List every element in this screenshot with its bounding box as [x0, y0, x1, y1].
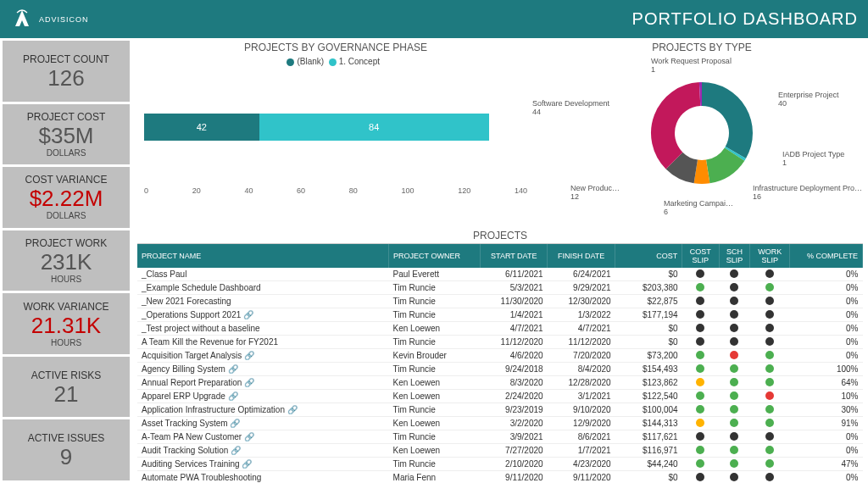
kpi-value: 126 — [6, 67, 126, 89]
cell-name: _Example Schedule Dashboard — [137, 281, 389, 295]
kpi-card[interactable]: ACTIVE ISSUES 9 — [3, 419, 130, 480]
cell-work-slip — [750, 349, 790, 363]
cell-name: Agency Billing System 🔗 — [137, 363, 389, 376]
cell-pct: 0% — [790, 308, 863, 322]
table-row[interactable]: Application Infrastructure Optimization … — [137, 403, 863, 417]
table-row[interactable]: Acquisition Target Analysis 🔗 Kevin Brou… — [137, 349, 863, 363]
column-header[interactable]: COSTSLIP — [682, 244, 719, 268]
table-row[interactable]: Apparel ERP Upgrade 🔗 Ken Loewen 2/24/20… — [137, 390, 863, 403]
bar-segment[interactable]: 42 — [144, 114, 259, 141]
table-row[interactable]: _Example Schedule Dashboard Tim Runcie 5… — [137, 281, 863, 295]
projects-thead: PROJECT NAMEPROJECT OWNERSTART DATEFINIS… — [137, 244, 863, 268]
table-row[interactable]: A Team Kill the Revenue for FY2021 Tim R… — [137, 336, 863, 349]
cell-start: 3/9/2021 — [481, 430, 548, 444]
status-dot-icon — [765, 419, 774, 427]
cell-start: 7/27/2020 — [481, 444, 548, 458]
pie-slice[interactable] — [651, 82, 700, 169]
kpi-label: PROJECT COUNT — [6, 53, 126, 65]
cell-finish: 8/4/2020 — [548, 363, 615, 376]
column-header[interactable]: PROJECT NAME — [137, 244, 389, 268]
table-row[interactable]: _Class Paul Paul Everett 6/11/2021 6/24/… — [137, 268, 863, 281]
cell-work-slip — [750, 403, 790, 417]
cell-finish: 11/12/2020 — [548, 336, 615, 349]
cell-sch-slip — [719, 430, 750, 444]
cell-owner: Ken Loewen — [389, 444, 481, 458]
cell-sch-slip — [719, 417, 750, 430]
column-header[interactable]: SCHSLIP — [719, 244, 750, 268]
cell-pct: 0% — [790, 268, 863, 281]
cell-start: 9/24/2018 — [481, 363, 548, 376]
table-row[interactable]: Automate PWA Troubleshooting Maria Fenn … — [137, 471, 863, 484]
cell-sch-slip — [719, 281, 750, 295]
link-icon[interactable]: 🔗 — [244, 432, 254, 441]
cell-work-slip — [750, 417, 790, 430]
cell-name: Apparel ERP Upgrade 🔗 — [137, 390, 389, 403]
axis-tick: 60 — [297, 186, 305, 195]
cell-finish: 1/7/2021 — [548, 444, 615, 458]
table-row[interactable]: A-Team PA New Customer 🔗 Tim Runcie 3/9/… — [137, 430, 863, 444]
cell-name: Asset Tracking System 🔗 — [137, 417, 389, 430]
cell-pct: 30% — [790, 403, 863, 417]
link-icon[interactable]: 🔗 — [244, 351, 254, 360]
table-row[interactable]: Agency Billing System 🔗 Tim Runcie 9/24/… — [137, 363, 863, 376]
cell-name: A-Team PA New Customer 🔗 — [137, 430, 389, 444]
link-icon[interactable]: 🔗 — [230, 419, 240, 428]
status-dot-icon — [730, 432, 738, 441]
cell-cost-slip — [682, 417, 719, 430]
cell-start: 5/3/2021 — [481, 281, 548, 295]
column-header[interactable]: WORKSLIP — [750, 244, 790, 268]
table-row[interactable]: _Test project without a baseline Ken Loe… — [137, 322, 863, 336]
status-dot-icon — [765, 446, 774, 454]
status-dot-icon — [730, 283, 738, 291]
kpi-card[interactable]: PROJECT COST $35M DOLLARS — [3, 104, 130, 165]
projects-table-wrap[interactable]: PROJECT NAMEPROJECT OWNERSTART DATEFINIS… — [137, 243, 863, 483]
cell-start: 11/30/2020 — [481, 295, 548, 308]
table-row[interactable]: Audit Tracking Solution 🔗 Ken Loewen 7/2… — [137, 444, 863, 458]
table-row[interactable]: _Operations Support 2021 🔗 Tim Runcie 1/… — [137, 308, 863, 322]
bar-segment[interactable]: 84 — [259, 114, 489, 141]
status-dot-icon — [765, 297, 774, 305]
kpi-card[interactable]: PROJECT COUNT 126 — [3, 41, 130, 102]
kpi-card[interactable]: COST VARIANCE $2.22M DOLLARS — [3, 167, 130, 228]
status-dot-icon — [696, 391, 704, 400]
legend-label: (Blank) — [297, 57, 324, 66]
link-icon[interactable]: 🔗 — [228, 364, 238, 374]
charts-row: PROJECTS BY GOVERNANCE PHASE (Blank) 1. … — [137, 42, 863, 228]
cell-pct: 0% — [790, 444, 863, 458]
cell-work-slip — [750, 444, 790, 458]
table-row[interactable]: Auditing Services Training 🔗 Tim Runcie … — [137, 458, 863, 471]
cell-cost-slip — [682, 430, 719, 444]
link-icon[interactable]: 🔗 — [287, 405, 298, 414]
pie-slice[interactable] — [702, 82, 753, 158]
column-header[interactable]: % COMPLETE — [790, 244, 863, 268]
kpi-card[interactable]: PROJECT WORK 231K HOURS — [3, 230, 130, 291]
table-row[interactable]: Asset Tracking System 🔗 Ken Loewen 3/2/2… — [137, 417, 863, 430]
link-icon[interactable]: 🔗 — [231, 446, 241, 455]
status-dot-icon — [696, 419, 704, 427]
cell-pct: 91% — [790, 417, 863, 430]
kpi-card[interactable]: ACTIVE RISKS 21 — [3, 357, 130, 418]
kpi-card[interactable]: WORK VARIANCE 21.31K HOURS — [3, 293, 130, 354]
kpi-value: 21.31K — [6, 314, 126, 336]
status-dot-icon — [765, 351, 774, 359]
column-header[interactable]: FINISH DATE — [548, 244, 615, 268]
projects-by-type-chart[interactable]: PROJECTS BY TYPE Work Request Proposal1E… — [541, 42, 863, 228]
column-header[interactable]: COST — [615, 244, 682, 268]
status-dot-icon — [765, 324, 774, 332]
table-row[interactable]: _New 2021 Forecasting Tim Runcie 11/30/2… — [137, 295, 863, 308]
bar-chart-title: PROJECTS BY GOVERNANCE PHASE — [137, 42, 534, 53]
cell-start: 8/3/2020 — [481, 376, 548, 390]
governance-phase-chart[interactable]: PROJECTS BY GOVERNANCE PHASE (Blank) 1. … — [137, 42, 534, 228]
cell-sch-slip — [719, 376, 750, 390]
kpi-label: ACTIVE ISSUES — [6, 432, 126, 444]
status-dot-icon — [730, 378, 738, 386]
link-icon[interactable]: 🔗 — [228, 391, 238, 401]
projects-table-title: PROJECTS — [137, 230, 863, 242]
table-row[interactable]: Annual Report Preparation 🔗 Ken Loewen 8… — [137, 376, 863, 390]
column-header[interactable]: START DATE — [481, 244, 548, 268]
link-icon[interactable]: 🔗 — [244, 378, 254, 387]
link-icon[interactable]: 🔗 — [242, 459, 252, 469]
link-icon[interactable]: 🔗 — [243, 310, 253, 319]
cell-start: 9/11/2020 — [481, 471, 548, 484]
column-header[interactable]: PROJECT OWNER — [389, 244, 481, 268]
